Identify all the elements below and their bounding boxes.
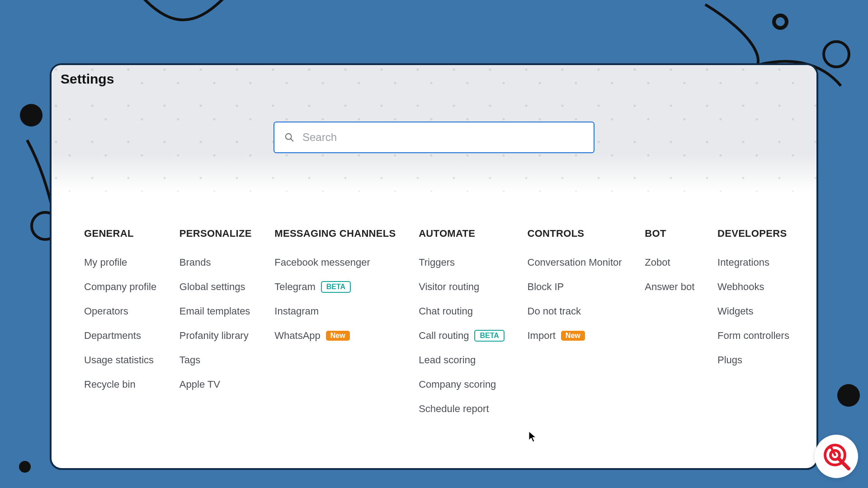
- search-input[interactable]: [302, 131, 584, 144]
- settings-link[interactable]: Instagram: [274, 305, 396, 317]
- settings-link[interactable]: Triggers: [419, 257, 505, 268]
- settings-header: Settings: [52, 65, 816, 192]
- settings-link[interactable]: Facebook messenger: [274, 257, 396, 268]
- settings-link[interactable]: My profile: [84, 257, 156, 268]
- settings-link-label: Company profile: [84, 281, 156, 293]
- settings-link[interactable]: Integrations: [717, 257, 789, 268]
- settings-link[interactable]: Form controllers: [717, 330, 789, 342]
- column-personalize: PERSONALIZEBrandsGlobal settingsEmail te…: [179, 228, 252, 427]
- settings-link-label: Lead scoring: [419, 354, 476, 366]
- settings-link[interactable]: ImportNew: [528, 330, 622, 342]
- cursor-icon: [528, 431, 537, 443]
- settings-link-label: My profile: [84, 257, 127, 268]
- new-badge: New: [561, 331, 585, 341]
- settings-link-label: Email templates: [179, 305, 250, 317]
- settings-link[interactable]: Departments: [84, 330, 156, 342]
- column-heading-developers: DEVELOPERS: [717, 228, 789, 239]
- column-automate: AUTOMATETriggersVisitor routingChat rout…: [419, 228, 505, 427]
- search-box[interactable]: [274, 122, 594, 153]
- settings-link-label: Brands: [179, 257, 211, 268]
- target-icon: [822, 442, 850, 470]
- settings-link-label: Instagram: [274, 305, 319, 317]
- settings-link[interactable]: Company scoring: [419, 379, 505, 390]
- settings-link-label: Recycle bin: [84, 379, 136, 390]
- settings-link[interactable]: Email templates: [179, 305, 252, 317]
- column-general: GENERALMy profileCompany profileOperator…: [84, 228, 156, 427]
- settings-link-label: Company scoring: [419, 379, 496, 390]
- settings-link[interactable]: Operators: [84, 305, 156, 317]
- settings-link-label: Triggers: [419, 257, 455, 268]
- brand-badge: [815, 435, 858, 478]
- settings-link-label: Conversation Monitor: [528, 257, 622, 268]
- settings-link-label: Global settings: [179, 281, 245, 293]
- settings-link[interactable]: Company profile: [84, 281, 156, 293]
- settings-link[interactable]: Lead scoring: [419, 354, 505, 366]
- settings-link[interactable]: Schedule report: [419, 403, 505, 415]
- settings-link-label: Integrations: [717, 257, 769, 268]
- settings-link-label: Form controllers: [717, 330, 789, 342]
- settings-link-label: WhatsApp: [274, 330, 321, 342]
- settings-link-label: Webhooks: [717, 281, 764, 293]
- settings-link-label: Widgets: [717, 305, 753, 317]
- settings-link[interactable]: Answer bot: [645, 281, 694, 293]
- settings-link[interactable]: Tags: [179, 354, 252, 366]
- column-controls: CONTROLSConversation MonitorBlock IPDo n…: [528, 228, 622, 427]
- settings-link-label: Operators: [84, 305, 128, 317]
- search-icon: [284, 132, 294, 142]
- beta-badge: BETA: [474, 330, 504, 342]
- settings-link[interactable]: Usage statistics: [84, 354, 156, 366]
- column-heading-general: GENERAL: [84, 228, 156, 239]
- decorative-dot: [19, 461, 31, 473]
- settings-link[interactable]: Block IP: [528, 281, 622, 293]
- settings-link-label: Import: [528, 330, 556, 342]
- settings-link[interactable]: Widgets: [717, 305, 789, 317]
- decorative-dot: [20, 104, 42, 127]
- settings-link[interactable]: WhatsAppNew: [274, 330, 396, 342]
- column-heading-bot: BOT: [645, 228, 694, 239]
- settings-link[interactable]: Call routingBETA: [419, 330, 505, 342]
- settings-link-label: Block IP: [528, 281, 564, 293]
- column-heading-controls: CONTROLS: [528, 228, 622, 239]
- settings-link[interactable]: Apple TV: [179, 379, 252, 390]
- settings-link-label: Facebook messenger: [274, 257, 370, 268]
- settings-link[interactable]: Zobot: [645, 257, 694, 268]
- settings-link[interactable]: Brands: [179, 257, 252, 268]
- column-heading-messaging: MESSAGING CHANNELS: [274, 228, 396, 239]
- settings-link-label: Usage statistics: [84, 354, 154, 366]
- settings-link-label: Plugs: [717, 354, 742, 366]
- settings-link-label: Departments: [84, 330, 141, 342]
- settings-link-label: Schedule report: [419, 403, 489, 415]
- settings-link[interactable]: Do not track: [528, 305, 622, 317]
- settings-link-label: Telegram: [274, 281, 315, 293]
- settings-link-label: Do not track: [528, 305, 581, 317]
- settings-link[interactable]: TelegramBETA: [274, 281, 396, 293]
- settings-link-label: Apple TV: [179, 379, 220, 390]
- column-messaging: MESSAGING CHANNELSFacebook messengerTele…: [274, 228, 396, 427]
- svg-line-4: [291, 139, 293, 141]
- settings-link-label: Call routing: [419, 330, 469, 342]
- settings-link[interactable]: Profanity library: [179, 330, 252, 342]
- decorative-dot: [837, 384, 860, 407]
- settings-link-label: Zobot: [645, 257, 670, 268]
- column-heading-personalize: PERSONALIZE: [179, 228, 252, 239]
- page-title: Settings: [61, 71, 114, 87]
- settings-link[interactable]: Plugs: [717, 354, 789, 366]
- svg-point-1: [824, 42, 849, 67]
- settings-columns: GENERALMy profileCompany profileOperator…: [84, 228, 789, 427]
- settings-link-label: Profanity library: [179, 330, 249, 342]
- settings-link-label: Tags: [179, 354, 200, 366]
- new-badge: New: [326, 331, 350, 341]
- settings-link[interactable]: Global settings: [179, 281, 252, 293]
- svg-point-2: [774, 15, 787, 28]
- column-developers: DEVELOPERSIntegrationsWebhooksWidgetsFor…: [717, 228, 789, 427]
- settings-card: Settings GENERALMy profileCompany profil…: [50, 63, 818, 470]
- settings-link[interactable]: Webhooks: [717, 281, 789, 293]
- settings-link-label: Chat routing: [419, 305, 473, 317]
- settings-link-label: Visitor routing: [419, 281, 479, 293]
- settings-link[interactable]: Visitor routing: [419, 281, 505, 293]
- settings-link[interactable]: Chat routing: [419, 305, 505, 317]
- column-heading-automate: AUTOMATE: [419, 228, 505, 239]
- beta-badge: BETA: [321, 281, 351, 293]
- settings-link[interactable]: Conversation Monitor: [528, 257, 622, 268]
- settings-link[interactable]: Recycle bin: [84, 379, 156, 390]
